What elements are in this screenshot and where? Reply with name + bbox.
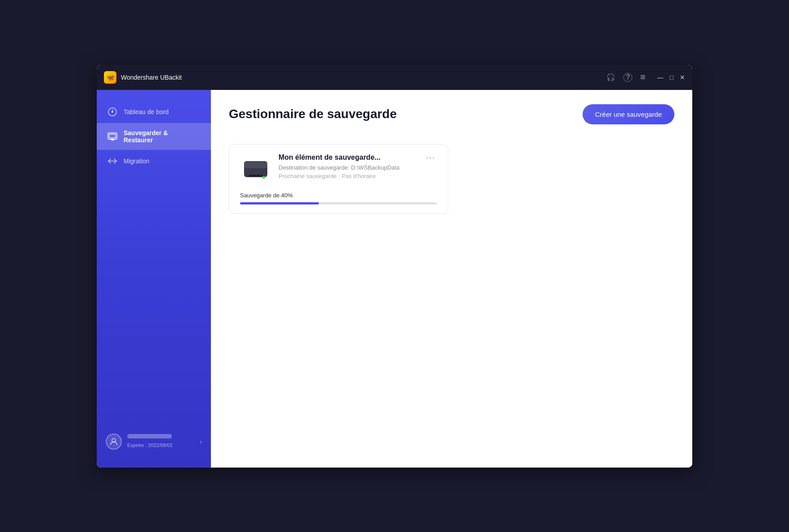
content-body: Mon élément de sauvegarde... ··· Destina… (211, 135, 692, 468)
avatar (106, 434, 122, 450)
backup-name: Mon élément de sauvegarde... (279, 153, 381, 162)
user-expiry: Expirée : 2022/09/02 (127, 443, 173, 448)
backup-destination: Destination de sauvegarde: D:\WSBackupDa… (279, 164, 437, 171)
create-backup-button[interactable]: Créer une sauvegarde (583, 104, 674, 124)
sidebar: Tableau de bord Sauvegarder &Restaurer (97, 90, 211, 468)
help-icon[interactable]: ? (623, 73, 632, 82)
more-options-button[interactable]: ··· (424, 153, 437, 162)
sidebar-label-backup-restore: Sauvegarder &Restaurer (124, 129, 168, 144)
user-info: Expirée : 2022/09/02 (127, 434, 194, 449)
content-header: Gestionnaire de sauvegarde Créer une sau… (211, 90, 692, 135)
maximize-button[interactable]: □ (670, 74, 673, 81)
app-title: Wondershare UBackit (121, 74, 182, 81)
svg-rect-3 (109, 134, 116, 138)
page-title: Gestionnaire de sauvegarde (229, 107, 397, 121)
progress-track (240, 202, 437, 204)
backup-card-bottom: Sauvegarde de 40% (240, 192, 437, 204)
backup-card-info: Mon élément de sauvegarde... ··· Destina… (279, 153, 437, 179)
backup-card-top: Mon élément de sauvegarde... ··· Destina… (240, 153, 437, 185)
sidebar-user-area[interactable]: Expirée : 2022/09/02 › (97, 426, 211, 457)
logo-icon: 🦋 (107, 74, 114, 81)
main-layout: Tableau de bord Sauvegarder &Restaurer (97, 90, 692, 468)
sidebar-item-backup-restore[interactable]: Sauvegarder &Restaurer (97, 123, 211, 150)
dashboard-icon (107, 107, 117, 117)
minimize-button[interactable]: — (657, 74, 664, 81)
hdd-icon-wrapper (240, 153, 271, 185)
menu-icon[interactable]: ≡ (640, 72, 646, 82)
headset-icon[interactable]: 🎧 (606, 73, 615, 81)
progress-label: Sauvegarde de 40% (240, 192, 437, 199)
svg-rect-11 (249, 175, 252, 176)
progress-fill (240, 202, 319, 204)
sidebar-label-migration: Migration (124, 157, 150, 165)
sidebar-label-dashboard: Tableau de bord (124, 108, 168, 115)
svg-rect-13 (257, 175, 259, 176)
backup-schedule: Prochaine sauvegarde : Pas d'horaire (279, 173, 437, 179)
sidebar-user-arrow: › (200, 438, 202, 445)
user-name-placeholder (127, 434, 172, 438)
backup-card-header: Mon élément de sauvegarde... ··· (279, 153, 437, 162)
svg-rect-8 (244, 161, 267, 168)
close-button[interactable]: ✕ (680, 74, 685, 81)
migration-icon (107, 156, 117, 166)
title-bar: 🦋 Wondershare UBackit 🎧 ? ≡ — □ ✕ (97, 65, 692, 90)
sidebar-item-migration[interactable]: Migration (97, 150, 211, 172)
title-bar-right: 🎧 ? ≡ — □ ✕ (606, 72, 685, 82)
hdd-icon (242, 157, 269, 181)
backup-restore-icon (107, 132, 117, 141)
sidebar-item-dashboard[interactable]: Tableau de bord (97, 101, 211, 123)
title-bar-left: 🦋 Wondershare UBackit (104, 71, 182, 84)
window-controls: — □ ✕ (657, 74, 685, 81)
svg-point-10 (262, 176, 265, 179)
svg-point-6 (112, 438, 116, 442)
svg-rect-12 (253, 175, 256, 176)
svg-point-1 (111, 111, 113, 113)
content-area: Gestionnaire de sauvegarde Créer une sau… (211, 90, 692, 468)
backup-card: Mon élément de sauvegarde... ··· Destina… (229, 144, 448, 214)
app-logo: 🦋 (104, 71, 116, 84)
app-window: 🦋 Wondershare UBackit 🎧 ? ≡ — □ ✕ (97, 65, 692, 468)
